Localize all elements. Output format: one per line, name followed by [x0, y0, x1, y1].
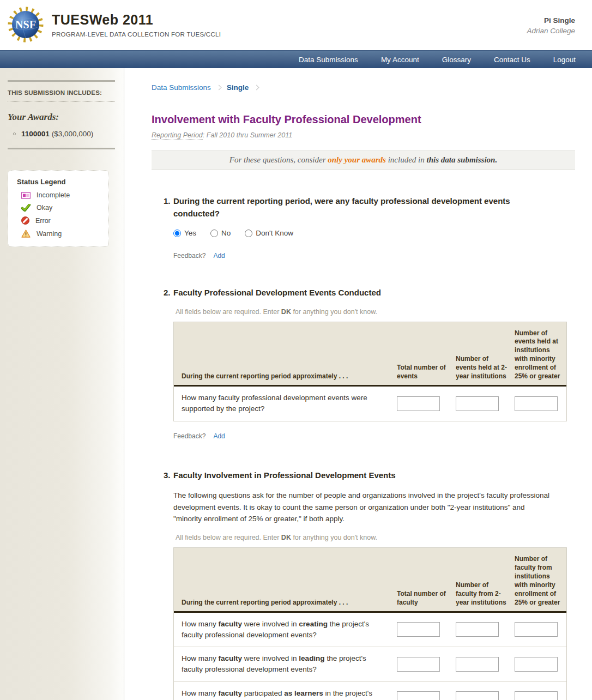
q3-learners-minority-input[interactable] — [515, 691, 558, 700]
nav-my-account[interactable]: My Account — [381, 56, 419, 64]
column-header-row-prompt: During the current reporting period appr… — [174, 548, 397, 611]
main-content: Data Submissions Single Involvement with… — [124, 68, 592, 700]
nav-glossary[interactable]: Glossary — [442, 56, 471, 64]
feedback-label: Feedback? — [173, 432, 206, 440]
question-1-options: Yes No Don't Know — [173, 229, 575, 237]
nav-contact-us[interactable]: Contact Us — [494, 56, 530, 64]
radio-option-no[interactable]: No — [210, 229, 231, 237]
legend-item-warning: Warning — [17, 230, 101, 238]
sidebar-divider — [8, 80, 115, 82]
q3-creating-total-input[interactable] — [397, 622, 440, 637]
sidebar-divider — [8, 148, 115, 149]
radio-label: Yes — [184, 229, 196, 237]
q2-2year-events-input[interactable] — [456, 396, 499, 411]
radio-label: No — [221, 229, 231, 237]
question-2-heading: 2. Faculty Professional Development Even… — [164, 287, 575, 299]
row-question-text: How many faculty professional developmen… — [174, 387, 397, 421]
status-legend: Status Legend Incomplete Okay — [8, 170, 109, 247]
q3-learners-2year-input[interactable] — [456, 691, 499, 700]
question-text: Faculty Professional Development Events … — [173, 287, 381, 299]
notice-banner: For these questions, consider only your … — [152, 150, 575, 170]
yes-radio[interactable] — [173, 230, 181, 237]
user-name: Pi Single — [527, 16, 575, 25]
faculty-table-header: During the current reporting period appr… — [174, 548, 566, 613]
radio-option-yes[interactable]: Yes — [173, 229, 196, 237]
okay-icon — [21, 204, 31, 212]
app-header: NSF TUESWeb 2011 PROGRAM-LEVEL DATA COLL… — [0, 0, 592, 50]
breadcrumb-current-single: Single — [227, 83, 249, 92]
legend-label: Warning — [37, 230, 62, 238]
question-3-heading: 3. Faculty Involvement in Professional D… — [164, 469, 575, 482]
top-navbar: Data Submissions My Account Glossary Con… — [0, 50, 592, 68]
q3-creating-minority-input[interactable] — [515, 622, 558, 637]
status-legend-title: Status Legend — [17, 178, 101, 186]
question-2-feedback: Feedback? Add — [173, 432, 575, 440]
column-header-2year-faculty: Number of faculty from 2-year institutio… — [456, 548, 515, 611]
events-table-header: During the current reporting period appr… — [174, 322, 566, 387]
column-header-minority-events: Number of events held at institutions wi… — [515, 322, 566, 385]
radio-option-dont-know[interactable]: Don't Know — [245, 229, 293, 237]
warning-icon — [21, 230, 31, 238]
table-row-learners: How many faculty participated as learner… — [174, 681, 566, 700]
question-number: 1. — [164, 195, 173, 220]
legend-item-error: Error — [17, 216, 101, 225]
question-3-description: The following questions ask for the numb… — [173, 490, 555, 525]
award-list-item: 1100001 ($3,000,000) — [8, 130, 115, 138]
column-header-total-faculty: Total number of faculty — [397, 548, 456, 611]
question-number: 3. — [164, 469, 173, 482]
q3-leading-total-input[interactable] — [397, 657, 440, 672]
award-bullet-icon — [13, 132, 16, 135]
error-icon — [21, 216, 29, 225]
question-number: 2. — [164, 287, 173, 299]
q3-learners-total-input[interactable] — [397, 691, 440, 700]
your-awards-heading: Your Awards: — [8, 112, 115, 123]
q2-total-events-input[interactable] — [397, 396, 440, 411]
table-row-leading: How many faculty were involved in leadin… — [174, 647, 566, 681]
question-text: During the current reporting period, wer… — [173, 195, 552, 220]
award-number: 1100001 — [21, 130, 50, 138]
dont-know-radio[interactable] — [245, 230, 252, 237]
reporting-period: Reporting Period: Fall 2010 thru Summer … — [152, 131, 575, 139]
breadcrumb-data-submissions[interactable]: Data Submissions — [152, 83, 211, 92]
feedback-add-link[interactable]: Add — [213, 432, 225, 440]
q2-minority-events-input[interactable] — [515, 396, 558, 411]
legend-item-okay: Okay — [17, 204, 101, 212]
question-1-heading: 1. During the current reporting period, … — [164, 195, 552, 220]
chevron-right-icon — [216, 85, 221, 90]
required-note: All fields below are required. Enter DK … — [176, 534, 575, 541]
feedback-add-link[interactable]: Add — [213, 252, 225, 260]
column-header-row-prompt: During the current reporting period appr… — [174, 322, 397, 385]
row-question-text: How many faculty participated as learner… — [174, 682, 397, 700]
row-question-text: How many faculty were involved in leadin… — [174, 647, 397, 681]
page-title: Involvement with Faculty Professional De… — [152, 113, 575, 126]
legend-label: Okay — [37, 204, 52, 212]
app-title: TUESWeb 2011 — [52, 12, 221, 28]
question-text: Faculty Involvement in Professional Deve… — [173, 469, 396, 482]
q3-creating-2year-input[interactable] — [456, 622, 499, 637]
q3-leading-2year-input[interactable] — [456, 657, 499, 672]
question-1-feedback: Feedback? Add — [173, 252, 575, 260]
column-header-2year-events: Number of events held at 2-year institut… — [456, 322, 515, 385]
nsf-logo-icon: NSF — [7, 5, 44, 44]
award-amount: ($3,000,000) — [52, 130, 94, 138]
column-header-total-events: Total number of events — [397, 322, 456, 385]
feedback-label: Feedback? — [173, 252, 206, 260]
submission-includes-label: THIS SUBMISSION INCLUDES: — [8, 89, 115, 102]
no-radio[interactable] — [210, 230, 218, 237]
incomplete-icon — [21, 192, 31, 199]
reporting-period-value: : Fall 2010 thru Summer 2011 — [203, 131, 292, 139]
column-header-minority-faculty: Number of faculty from institutions with… — [515, 548, 566, 611]
nav-logout[interactable]: Logout — [553, 56, 576, 64]
breadcrumb: Data Submissions Single — [152, 83, 575, 92]
sidebar: THIS SUBMISSION INCLUDES: Your Awards: 1… — [0, 68, 124, 700]
app-subtitle: PROGRAM-LEVEL DATA COLLECTION FOR TUES/C… — [52, 31, 221, 38]
radio-label: Don't Know — [256, 229, 293, 237]
svg-text:NSF: NSF — [15, 19, 36, 31]
required-note: All fields below are required. Enter DK … — [176, 308, 575, 316]
table-row: How many faculty professional developmen… — [174, 387, 566, 421]
events-table: During the current reporting period appr… — [173, 322, 567, 421]
nav-data-submissions[interactable]: Data Submissions — [299, 56, 358, 64]
q3-leading-minority-input[interactable] — [515, 657, 558, 672]
chevron-right-icon — [254, 85, 259, 90]
legend-label: Error — [35, 217, 51, 225]
